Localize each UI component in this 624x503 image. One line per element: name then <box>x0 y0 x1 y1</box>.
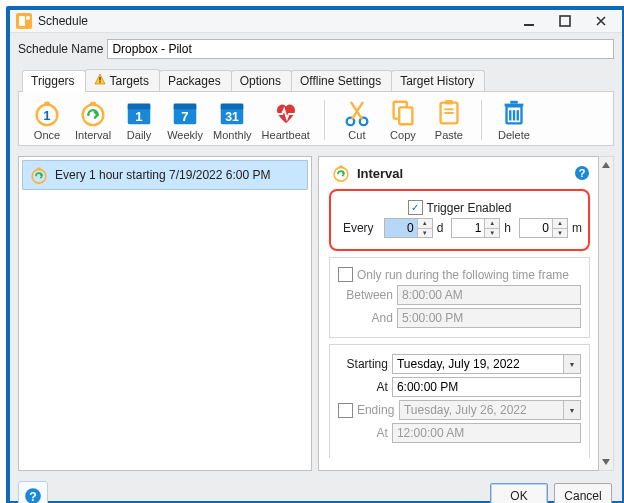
copy-icon <box>388 98 418 128</box>
panel-header: Interval ? <box>331 163 590 183</box>
svg-rect-4 <box>560 16 570 26</box>
scrollbar-track[interactable] <box>599 173 613 454</box>
minimize-button[interactable] <box>512 10 546 32</box>
toolbar-separator-2 <box>481 100 482 140</box>
svg-text:?: ? <box>579 167 586 179</box>
svg-rect-27 <box>444 108 453 110</box>
svg-rect-11 <box>90 102 96 106</box>
timeframe-label: Only run during the following time frame <box>357 268 569 282</box>
delete-button[interactable]: Delete <box>492 96 536 143</box>
trigger-toolbar: 1 Once Interval 1 Daily 7 Weekly <box>18 92 614 146</box>
heartbeat-icon <box>271 98 301 128</box>
scroll-down-arrow[interactable] <box>599 454 613 470</box>
starting-at-label: At <box>338 380 388 394</box>
warning-icon <box>94 73 106 88</box>
timeframe-fieldset: Only run during the following time frame… <box>329 257 590 338</box>
svg-point-37 <box>334 167 348 181</box>
ending-label: Ending <box>357 403 395 417</box>
paste-button[interactable]: Paste <box>427 96 471 143</box>
svg-text:1: 1 <box>135 109 142 124</box>
starting-time[interactable] <box>392 377 581 397</box>
copy-button[interactable]: Copy <box>381 96 425 143</box>
svg-rect-24 <box>399 107 412 124</box>
chevron-down-icon[interactable]: ▼ <box>563 355 580 373</box>
svg-rect-6 <box>99 81 100 82</box>
svg-rect-26 <box>445 100 453 105</box>
hours-unit: h <box>504 221 511 235</box>
trigger-monthly-button[interactable]: 31 Monthly <box>209 96 256 143</box>
cancel-button[interactable]: Cancel <box>554 483 612 503</box>
days-unit: d <box>437 221 444 235</box>
tab-strip: Triggers Targets Packages Options Offlin… <box>18 67 614 92</box>
days-spinner[interactable]: ▲▼ <box>384 218 433 238</box>
svg-point-2 <box>26 16 30 20</box>
schedule-name-input[interactable] <box>107 39 614 59</box>
starting-label: Starting <box>338 357 388 371</box>
help-button[interactable]: ? <box>18 481 48 503</box>
paste-icon <box>434 98 464 128</box>
tab-targets[interactable]: Targets <box>85 69 160 91</box>
and-input <box>397 308 581 328</box>
tab-target-history[interactable]: Target History <box>391 70 485 91</box>
svg-point-10 <box>83 105 104 126</box>
tab-offline-settings[interactable]: Offline Settings <box>291 70 392 91</box>
tab-packages[interactable]: Packages <box>159 70 232 91</box>
tab-options[interactable]: Options <box>231 70 292 91</box>
and-label: And <box>338 311 393 325</box>
ok-button[interactable]: OK <box>490 483 548 503</box>
once-icon: 1 <box>32 98 62 128</box>
cut-button[interactable]: Cut <box>335 96 379 143</box>
trigger-heartbeat-button[interactable]: Heartbeat <box>258 96 314 143</box>
delete-icon <box>499 98 529 128</box>
ending-checkbox[interactable] <box>338 403 353 418</box>
every-label: Every <box>343 221 374 235</box>
weekly-icon: 7 <box>170 98 200 128</box>
ending-time <box>392 423 581 443</box>
panel-title: Interval <box>357 166 403 181</box>
chevron-down-icon: ▼ <box>563 401 580 419</box>
timeframe-checkbox[interactable] <box>338 267 353 282</box>
toolbar-separator <box>324 100 325 140</box>
help-icon[interactable]: ? <box>574 165 590 181</box>
scroll-up-arrow[interactable] <box>599 157 613 173</box>
cut-icon <box>342 98 372 128</box>
trigger-once-button[interactable]: 1 Once <box>25 96 69 143</box>
svg-rect-36 <box>37 168 41 171</box>
titlebar: Schedule <box>10 10 622 33</box>
svg-rect-19 <box>221 104 244 110</box>
svg-rect-28 <box>444 112 453 114</box>
highlighted-settings: Trigger Enabled Every ▲▼ d ▲▼ h ▲▼ m <box>329 189 590 251</box>
ending-date: ▼ <box>399 400 581 420</box>
hours-spinner[interactable]: ▲▼ <box>451 218 500 238</box>
interval-icon <box>78 98 108 128</box>
trigger-list-item[interactable]: Every 1 hour starting 7/19/2022 6:00 PM <box>22 160 308 190</box>
close-button[interactable] <box>584 10 618 32</box>
minutes-spinner[interactable]: ▲▼ <box>519 218 568 238</box>
starting-fieldset: Starting ▼ At Ending ▼ <box>329 344 590 458</box>
window-title: Schedule <box>38 14 512 28</box>
svg-text:?: ? <box>29 490 37 504</box>
maximize-button[interactable] <box>548 10 582 32</box>
vertical-scrollbar[interactable] <box>599 156 614 471</box>
trigger-daily-button[interactable]: 1 Daily <box>117 96 161 143</box>
ending-at-label: At <box>338 426 388 440</box>
trigger-enabled-checkbox[interactable] <box>408 200 423 215</box>
starting-date[interactable]: ▼ <box>392 354 581 374</box>
trigger-detail-panel: Interval ? Trigger Enabled Every ▲▼ d <box>318 156 599 471</box>
svg-rect-8 <box>44 102 50 106</box>
trigger-interval-button[interactable]: Interval <box>71 96 115 143</box>
interval-icon <box>331 163 351 183</box>
minutes-unit: m <box>572 221 582 235</box>
svg-rect-3 <box>524 24 534 26</box>
tab-triggers[interactable]: Triggers <box>22 70 86 92</box>
svg-rect-31 <box>510 101 518 104</box>
svg-text:31: 31 <box>226 110 240 124</box>
between-input <box>397 285 581 305</box>
trigger-list-item-label: Every 1 hour starting 7/19/2022 6:00 PM <box>55 168 270 182</box>
trigger-list[interactable]: Every 1 hour starting 7/19/2022 6:00 PM <box>18 156 312 471</box>
daily-icon: 1 <box>124 98 154 128</box>
trigger-weekly-button[interactable]: 7 Weekly <box>163 96 207 143</box>
app-icon <box>16 13 32 29</box>
svg-text:1: 1 <box>43 108 50 123</box>
svg-text:7: 7 <box>181 109 188 124</box>
